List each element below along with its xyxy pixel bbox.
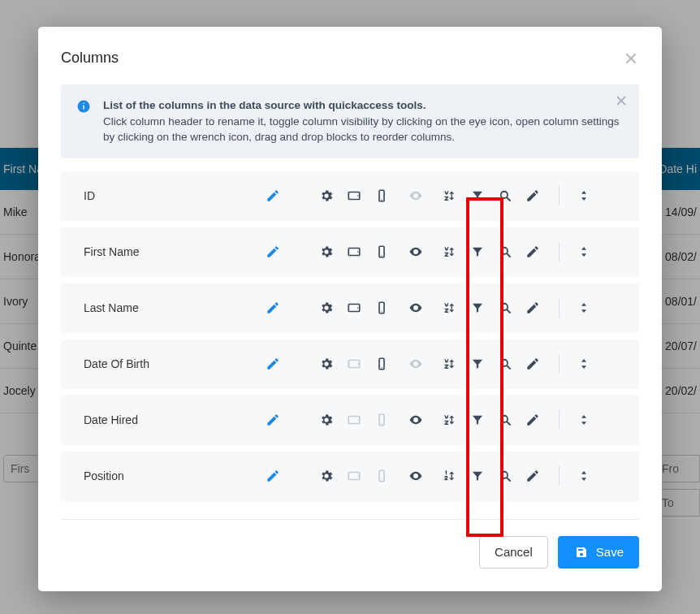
reorder-icon[interactable] — [576, 412, 592, 428]
rename-icon[interactable] — [265, 412, 281, 428]
column-row[interactable]: Position — [61, 452, 639, 501]
mobile-icon[interactable] — [374, 356, 390, 372]
close-icon — [616, 95, 627, 106]
edit-icon[interactable] — [525, 468, 541, 484]
filter-icon[interactable] — [469, 356, 486, 372]
visibility-icon[interactable] — [408, 356, 424, 372]
svg-rect-2 — [83, 103, 84, 105]
close-icon — [624, 52, 637, 65]
column-row[interactable]: Date Hired — [61, 396, 639, 445]
info-banner-close[interactable] — [613, 93, 629, 109]
column-row[interactable]: Last Name — [61, 283, 639, 333]
settings-icon[interactable] — [318, 468, 335, 484]
columns-modal: Columns List of the columns in the data … — [38, 27, 662, 591]
edit-icon[interactable] — [525, 244, 541, 260]
modal-header: Columns — [61, 50, 639, 67]
visibility-icon[interactable] — [408, 188, 424, 204]
modal-close-button[interactable] — [623, 50, 639, 67]
settings-icon[interactable] — [318, 356, 335, 372]
rename-icon[interactable] — [265, 244, 281, 260]
column-row[interactable]: First Name — [61, 227, 639, 277]
filter-icon[interactable] — [469, 244, 486, 260]
column-name[interactable]: ID — [84, 189, 250, 202]
search-icon[interactable] — [497, 300, 513, 316]
settings-icon[interactable] — [318, 300, 335, 316]
edit-icon[interactable] — [525, 188, 541, 204]
filter-icon[interactable] — [469, 300, 486, 316]
settings-icon[interactable] — [318, 412, 335, 428]
sort-icon[interactable] — [442, 468, 458, 484]
columns-list: IDFirst NameLast NameDate Of BirthDate H… — [61, 171, 639, 501]
visibility-icon[interactable] — [408, 244, 424, 260]
reorder-icon[interactable] — [576, 188, 592, 204]
reorder-icon[interactable] — [576, 244, 592, 260]
mobile-icon[interactable] — [374, 188, 390, 204]
save-button-label: Save — [596, 545, 624, 559]
edit-icon[interactable] — [525, 356, 541, 372]
info-text: List of the columns in the data source w… — [103, 97, 624, 145]
visibility-icon[interactable] — [408, 412, 424, 428]
search-icon[interactable] — [497, 468, 513, 484]
edit-icon[interactable] — [525, 300, 541, 316]
tablet-icon[interactable] — [346, 356, 362, 372]
rename-icon[interactable] — [265, 468, 281, 484]
reorder-icon[interactable] — [576, 300, 592, 316]
visibility-icon[interactable] — [408, 468, 424, 484]
cancel-button[interactable]: Cancel — [479, 536, 548, 569]
column-name[interactable]: Date Hired — [84, 413, 250, 426]
tablet-icon[interactable] — [346, 468, 362, 484]
rename-icon[interactable] — [265, 356, 281, 372]
modal-footer: Cancel Save — [61, 519, 639, 569]
svg-rect-1 — [83, 106, 84, 110]
cancel-button-label: Cancel — [495, 545, 533, 559]
column-name[interactable]: First Name — [84, 245, 250, 258]
sort-icon[interactable] — [442, 412, 458, 428]
filter-icon[interactable] — [469, 468, 486, 484]
tablet-icon[interactable] — [346, 244, 362, 260]
reorder-icon[interactable] — [576, 356, 592, 372]
sort-icon[interactable] — [442, 244, 458, 260]
tablet-icon[interactable] — [346, 412, 362, 428]
rename-icon[interactable] — [265, 188, 281, 204]
sort-icon[interactable] — [442, 300, 458, 316]
mobile-icon[interactable] — [374, 412, 390, 428]
search-icon[interactable] — [497, 412, 513, 428]
mobile-icon[interactable] — [374, 468, 390, 484]
search-icon[interactable] — [497, 188, 513, 204]
sort-icon[interactable] — [442, 188, 458, 204]
column-name[interactable]: Last Name — [84, 301, 250, 314]
settings-icon[interactable] — [318, 188, 335, 204]
info-icon — [76, 98, 92, 115]
settings-icon[interactable] — [318, 244, 335, 260]
edit-icon[interactable] — [525, 412, 541, 428]
tablet-icon[interactable] — [346, 300, 362, 316]
save-icon — [573, 544, 590, 560]
column-row[interactable]: Date Of Birth — [61, 339, 639, 389]
filter-icon[interactable] — [469, 188, 486, 204]
mobile-icon[interactable] — [374, 300, 390, 316]
column-row[interactable]: ID — [61, 171, 639, 221]
modal-title: Columns — [61, 50, 119, 67]
column-name[interactable]: Position — [84, 469, 250, 482]
tablet-icon[interactable] — [346, 188, 362, 204]
filter-icon[interactable] — [469, 412, 486, 428]
reorder-icon[interactable] — [576, 468, 592, 484]
save-button[interactable]: Save — [558, 536, 639, 569]
mobile-icon[interactable] — [374, 244, 390, 260]
search-icon[interactable] — [497, 244, 513, 260]
visibility-icon[interactable] — [408, 300, 424, 316]
sort-icon[interactable] — [442, 356, 458, 372]
rename-icon[interactable] — [265, 300, 281, 316]
column-name[interactable]: Date Of Birth — [84, 357, 250, 370]
info-text-bold: List of the columns in the data source w… — [103, 99, 426, 111]
info-text-body: Click column header to rename it, toggle… — [103, 115, 620, 144]
info-banner: List of the columns in the data source w… — [61, 84, 639, 158]
search-icon[interactable] — [497, 356, 513, 372]
